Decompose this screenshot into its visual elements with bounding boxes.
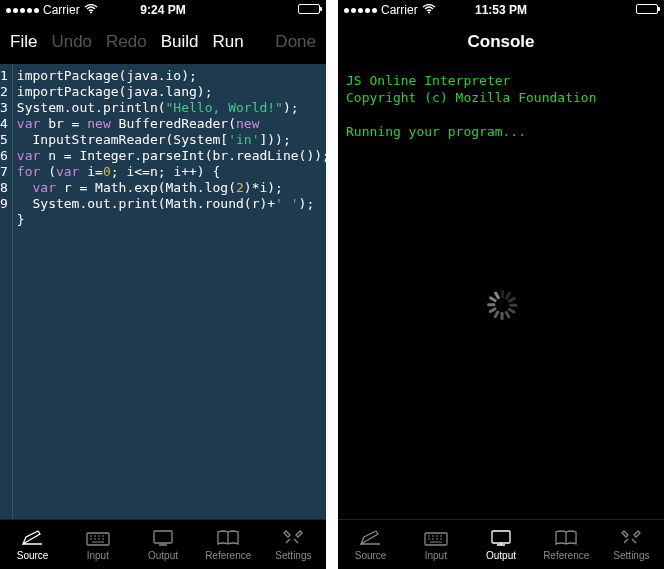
keyboard-icon xyxy=(423,528,449,548)
book-icon xyxy=(553,528,579,548)
loading-spinner-icon xyxy=(486,290,516,320)
status-bar: Carrier 11:53 PM xyxy=(338,0,664,20)
carrier-label: Carrier xyxy=(381,3,418,17)
tab-output[interactable]: Output xyxy=(468,520,533,569)
tools-icon xyxy=(618,528,644,548)
battery-icon xyxy=(636,3,658,17)
done-button[interactable]: Done xyxy=(275,32,316,52)
carrier-label: Carrier xyxy=(43,3,80,17)
tab-bar: SourceInputOutputReferenceSettings xyxy=(338,519,664,569)
pen-icon xyxy=(358,528,384,548)
tab-input[interactable]: Input xyxy=(65,520,130,569)
tab-label: Reference xyxy=(205,550,251,561)
monitor-icon xyxy=(488,528,514,548)
svg-rect-5 xyxy=(492,531,510,543)
svg-point-3 xyxy=(428,12,430,14)
tab-label: Reference xyxy=(543,550,589,561)
tools-icon xyxy=(280,528,306,548)
tab-label: Settings xyxy=(275,550,311,561)
tab-source[interactable]: Source xyxy=(0,520,65,569)
tab-label: Input xyxy=(87,550,109,561)
phone-left: Carrier 9:24 PM File Undo Redo Build Run… xyxy=(0,0,326,569)
tab-reference[interactable]: Reference xyxy=(534,520,599,569)
console-title: Console xyxy=(467,32,534,52)
signal-icon xyxy=(6,8,39,13)
svg-rect-2 xyxy=(154,531,172,543)
tab-source[interactable]: Source xyxy=(338,520,403,569)
tab-input[interactable]: Input xyxy=(403,520,468,569)
monitor-icon xyxy=(150,528,176,548)
pen-icon xyxy=(20,528,46,548)
wifi-icon xyxy=(422,4,436,16)
tab-label: Output xyxy=(486,550,516,561)
console-toolbar: Console xyxy=(338,20,664,64)
tab-label: Input xyxy=(425,550,447,561)
status-bar: Carrier 9:24 PM xyxy=(0,0,326,20)
undo-button[interactable]: Undo xyxy=(51,32,92,52)
book-icon xyxy=(215,528,241,548)
tab-reference[interactable]: Reference xyxy=(196,520,261,569)
phone-right: Carrier 11:53 PM Console JS Online Inter… xyxy=(338,0,664,569)
code-area[interactable]: importPackage(java.io);importPackage(jav… xyxy=(13,64,326,519)
tab-bar: SourceInputOutputReferenceSettings xyxy=(0,519,326,569)
tab-label: Output xyxy=(148,550,178,561)
console-output[interactable]: JS Online InterpreterCopyright (c) Mozil… xyxy=(338,64,664,519)
tab-output[interactable]: Output xyxy=(130,520,195,569)
keyboard-icon xyxy=(85,528,111,548)
battery-icon xyxy=(298,3,320,17)
wifi-icon xyxy=(84,4,98,16)
clock: 9:24 PM xyxy=(140,3,185,17)
file-menu[interactable]: File xyxy=(10,32,37,52)
tab-label: Settings xyxy=(613,550,649,561)
build-button[interactable]: Build xyxy=(161,32,199,52)
line-gutter: 123456789 xyxy=(0,64,13,519)
editor-toolbar: File Undo Redo Build Run Done xyxy=(0,20,326,64)
tab-label: Source xyxy=(355,550,387,561)
tab-label: Source xyxy=(17,550,49,561)
code-editor[interactable]: 123456789 importPackage(java.io);importP… xyxy=(0,64,326,519)
signal-icon xyxy=(344,8,377,13)
tab-settings[interactable]: Settings xyxy=(599,520,664,569)
svg-point-0 xyxy=(90,12,92,14)
redo-button[interactable]: Redo xyxy=(106,32,147,52)
run-button[interactable]: Run xyxy=(213,32,244,52)
clock: 11:53 PM xyxy=(475,3,527,17)
tab-settings[interactable]: Settings xyxy=(261,520,326,569)
